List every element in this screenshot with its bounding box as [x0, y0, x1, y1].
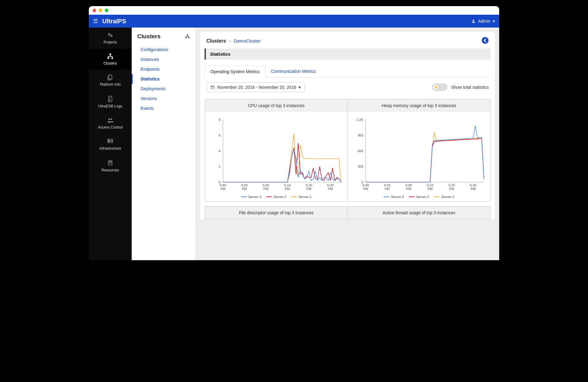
date-range-picker[interactable]: November 20, 2016 - November 20, 2016 ▾ — [206, 82, 305, 92]
topbar: ☰ UltraIPS Admin ▾ — [89, 15, 499, 28]
chevron-right-icon: › — [229, 38, 231, 44]
legend-label: Server-3 — [391, 195, 404, 199]
toggle-knob: ✋ — [433, 84, 439, 90]
svg-point-24 — [482, 37, 488, 44]
breadcrumb-leaf[interactable]: DemoCluster — [234, 38, 261, 43]
svg-rect-7 — [111, 58, 113, 59]
svg-text:5:20: 5:20 — [448, 183, 455, 187]
svg-text:4:50: 4:50 — [241, 183, 247, 187]
svg-rect-25 — [211, 86, 214, 89]
svg-text:5:10: 5:10 — [284, 183, 291, 187]
legend-label: Server-2 — [273, 195, 286, 199]
svg-text:PM: PM — [221, 187, 226, 191]
minimize-icon[interactable] — [99, 9, 102, 12]
sidebar-label: Clusters — [104, 61, 117, 66]
breadcrumb-root[interactable]: Clusters — [206, 38, 226, 44]
legend-swatch-icon — [241, 197, 247, 197]
svg-text:5:00: 5:00 — [405, 183, 412, 187]
chart-cpu: CPU usage of top 3 instances 024684:40PM… — [205, 99, 348, 201]
svg-text:5:20: 5:20 — [306, 183, 312, 187]
sidebar-item-resources[interactable]: Resources — [89, 155, 132, 177]
breadcrumb: Clusters › DemoCluster — [206, 38, 261, 44]
app-window: ☰ UltraIPS Admin ▾ Projects Clusters Pla… — [89, 6, 499, 260]
svg-point-9 — [109, 100, 110, 101]
svg-text:2: 2 — [219, 165, 221, 168]
svg-point-0 — [473, 20, 474, 21]
files-icon — [107, 74, 114, 81]
building-icon — [107, 159, 113, 167]
legend-swatch-icon — [291, 197, 297, 197]
sidebar-label: Access Control — [98, 125, 123, 129]
svg-point-3 — [109, 34, 110, 35]
user-menu[interactable]: Admin ▾ — [471, 19, 495, 24]
sidebar-item-infrastructure[interactable]: Infrastructure — [89, 134, 132, 155]
svg-point-10 — [108, 118, 110, 120]
legend-label: Server-1 — [441, 195, 454, 199]
svg-rect-5 — [109, 54, 111, 55]
sidebar-label: Infrastructure — [100, 146, 121, 151]
legend-swatch-icon — [384, 197, 389, 197]
sidebar-item-ultraesb-logs[interactable]: UltraESB Logs — [89, 91, 132, 113]
svg-text:6: 6 — [219, 133, 221, 137]
tab-communication-metrics[interactable]: Communication Metrics — [266, 66, 321, 77]
svg-text:PM: PM — [385, 187, 390, 191]
subpanel-versions[interactable]: Versions — [132, 94, 196, 103]
subpanel-configurations[interactable]: Configurations — [132, 45, 196, 54]
svg-point-4 — [111, 35, 112, 36]
sidebar-item-platform-info[interactable]: Platform Info — [89, 70, 132, 91]
svg-text:5:10: 5:10 — [427, 183, 433, 187]
subpanel-instances[interactable]: Instances — [132, 54, 196, 64]
chart-threads: Active thread usage of top 3 instances — [348, 206, 490, 219]
calendar-icon — [210, 85, 215, 89]
svg-text:1.2K: 1.2K — [356, 118, 363, 122]
svg-text:PM: PM — [242, 187, 247, 191]
chevron-down-icon: ▾ — [493, 19, 495, 24]
svg-rect-23 — [188, 37, 190, 38]
svg-text:PM: PM — [306, 187, 311, 191]
svg-rect-6 — [107, 58, 109, 59]
total-stats-toggle[interactable]: ✋ — [432, 84, 447, 91]
legend-label: Server-1 — [299, 195, 311, 199]
subpanel-events[interactable]: Events — [132, 103, 196, 113]
sidebar-item-clusters[interactable]: Clusters — [89, 49, 132, 70]
sitemap-icon — [185, 34, 190, 39]
sidebar-label: Resources — [101, 168, 119, 172]
maximize-icon[interactable] — [105, 9, 108, 12]
svg-text:4: 4 — [219, 149, 221, 153]
subpanel-deployments[interactable]: Deployments — [132, 84, 196, 94]
legend-label: Server-2 — [416, 195, 429, 199]
subpanel-statistics[interactable]: Statistics — [132, 74, 196, 84]
svg-point-8 — [109, 99, 110, 100]
chart-title: Heap memory usage of top 3 instances — [348, 99, 490, 112]
svg-text:900: 900 — [358, 133, 363, 137]
legend-swatch-icon — [266, 197, 272, 197]
svg-text:PM: PM — [471, 187, 476, 191]
sidebar-item-access-control[interactable]: Access Control — [89, 113, 132, 134]
legend-label: Server-3 — [248, 195, 261, 199]
svg-text:PM: PM — [328, 187, 333, 191]
svg-text:PM: PM — [363, 187, 368, 191]
user-label: Admin — [478, 19, 490, 24]
server-icon — [107, 138, 114, 145]
sidebar-label: UltraESB Logs — [98, 104, 123, 108]
chart-fd: File descriptor usage of top 3 instances — [205, 206, 348, 219]
hamburger-icon[interactable]: ☰ — [93, 18, 98, 24]
svg-text:600: 600 — [358, 149, 363, 153]
chart-legend: Server-3 Server-2 Server-1 — [348, 195, 490, 201]
svg-rect-20 — [111, 163, 111, 163]
chart-title: CPU usage of top 3 instances — [205, 99, 347, 112]
logs-icon — [107, 95, 114, 103]
svg-text:PM: PM — [285, 187, 290, 191]
close-icon[interactable] — [92, 9, 96, 12]
primary-sidebar: Projects Clusters Platform Info UltraESB… — [89, 28, 132, 260]
sidebar-item-projects[interactable]: Projects — [89, 28, 132, 49]
legend-swatch-icon — [434, 197, 439, 197]
back-button[interactable] — [481, 37, 489, 45]
main-content: Clusters › DemoCluster Statistics Operat… — [196, 28, 499, 260]
svg-text:PM: PM — [428, 187, 433, 191]
tab-os-metrics[interactable]: Operating System Metrics — [205, 66, 266, 77]
svg-text:PM: PM — [449, 187, 454, 191]
svg-text:PM: PM — [406, 187, 411, 191]
subpanel-endpoints[interactable]: Endpoints — [132, 64, 196, 74]
chart-heap: Heap memory usage of top 3 instances 030… — [348, 99, 490, 201]
